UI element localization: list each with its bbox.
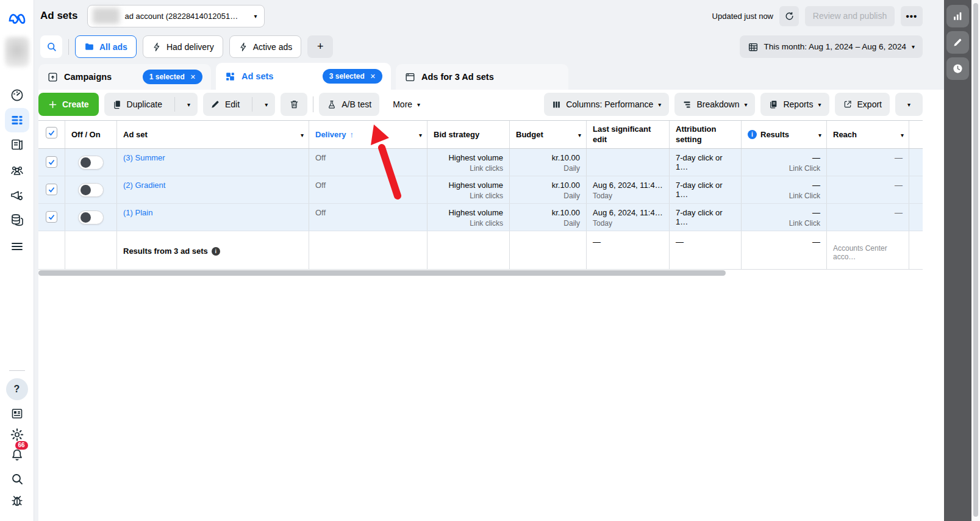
header-last-significant-edit[interactable]: Last significant edit (587, 121, 670, 148)
charts-panel-button[interactable] (946, 5, 969, 27)
off-on-toggle[interactable] (78, 210, 104, 225)
edit-dropdown[interactable]: ▾ (257, 93, 275, 116)
tab-ad-sets[interactable]: Ad sets 3 selected ✕ (216, 63, 391, 90)
tab-campaigns[interactable]: Campaigns 1 selected ✕ (38, 64, 211, 90)
review-and-publish-button[interactable]: Review and publish (805, 6, 895, 26)
delete-button[interactable] (281, 93, 307, 116)
date-range-selector[interactable]: This month: Aug 1, 2024 – Aug 6, 2024 ▾ (740, 35, 923, 58)
reports-button[interactable]: Reports ▾ (760, 93, 829, 116)
ab-test-button[interactable]: A/B test (319, 93, 379, 116)
horizontal-scrollbar[interactable] (38, 270, 726, 276)
duplicate-button-group: Duplicate ▾ (104, 93, 198, 116)
audiences-icon[interactable] (9, 163, 25, 178)
header-bid-strategy[interactable]: Bid strategy (427, 121, 510, 148)
pages-icon[interactable] (10, 137, 24, 152)
info-icon[interactable]: i (748, 130, 757, 139)
attribution-cell: 7-day click or 1… (670, 176, 742, 203)
pencil-icon (953, 37, 963, 48)
header-delivery[interactable]: Delivery↑▾ (309, 121, 427, 148)
help-label: ? (14, 384, 20, 395)
more-button[interactable]: More ▾ (385, 93, 428, 116)
notifications-bell-icon[interactable]: 66 (9, 447, 25, 462)
check-icon (48, 213, 55, 221)
edit-label: Edit (225, 99, 240, 109)
tab-campaigns-label: Campaigns (64, 72, 112, 82)
plus-icon (48, 100, 57, 109)
sidebar-search-icon[interactable] (10, 472, 24, 486)
ad-account-selector[interactable]: ad account (28228414012051… ▾ (87, 5, 265, 27)
add-filter-button[interactable]: + (307, 35, 333, 58)
help-button[interactable]: ? (6, 378, 28, 400)
ellipsis-icon: ••• (906, 11, 918, 21)
chevron-down-icon: ▾ (417, 101, 420, 108)
campaigns-selected-pill[interactable]: 1 selected ✕ (143, 70, 202, 84)
close-icon[interactable]: ✕ (370, 73, 376, 81)
table-row[interactable]: (1) Plain Off Highest volumeLink clicks … (38, 204, 923, 231)
row-checkbox[interactable] (46, 184, 57, 195)
edit-button[interactable]: Edit (203, 93, 247, 116)
chevron-down-icon[interactable]: ▾ (901, 131, 904, 138)
search-filter-button[interactable] (40, 35, 62, 58)
ad-set-name-link[interactable]: (1) Plain (123, 208, 152, 217)
header-ad-set[interactable]: Ad set▾ (117, 121, 309, 148)
chevron-down-icon[interactable]: ▾ (578, 131, 581, 138)
filter-active-ads-label: Active ads (253, 42, 293, 52)
chevron-down-icon[interactable]: ▾ (419, 131, 422, 138)
off-on-toggle[interactable] (78, 183, 104, 197)
ad-sets-selected-pill[interactable]: 3 selected ✕ (323, 69, 382, 84)
ads-manager-icon[interactable] (9, 187, 25, 203)
campaigns-nav-icon[interactable] (5, 108, 29, 132)
tab-ads[interactable]: Ads for 3 Ad sets (396, 64, 568, 90)
duplicate-button[interactable]: Duplicate (104, 93, 170, 116)
chevron-down-icon: ▾ (912, 43, 915, 50)
refresh-button[interactable] (779, 6, 799, 26)
row-checkbox[interactable] (46, 156, 57, 168)
chevron-down-icon[interactable]: ▾ (301, 131, 304, 138)
ad-set-name-link[interactable]: (2) Gradient (123, 181, 165, 190)
edit-panel-button[interactable] (946, 31, 969, 54)
more-options-button[interactable]: ••• (901, 6, 923, 26)
create-button[interactable]: Create (38, 93, 99, 116)
bug-report-icon[interactable] (9, 493, 24, 508)
billing-icon[interactable] (10, 212, 24, 228)
business-avatar[interactable] (5, 37, 29, 67)
filter-active-ads[interactable]: Active ads (229, 35, 302, 58)
campaigns-tab-icon (47, 71, 59, 83)
vertical-scrollbar-thumb[interactable] (973, 3, 978, 517)
header-attribution-setting[interactable]: Attribution setting (670, 121, 742, 148)
off-on-toggle[interactable] (78, 156, 104, 170)
vertical-scrollbar-track[interactable] (971, 0, 980, 521)
whats-new-icon[interactable] (10, 406, 24, 421)
columns-button[interactable]: Columns: Performance ▾ (544, 93, 669, 116)
table-row[interactable]: (3) Summer Off Highest volumeLink clicks… (38, 149, 923, 176)
export-button[interactable]: Export (835, 93, 890, 116)
history-panel-button[interactable] (946, 57, 969, 80)
action-toolbar: Create Duplicate ▾ Edit ▾ (38, 93, 923, 116)
table-row[interactable]: (2) Gradient Off Highest volumeLink clic… (38, 176, 923, 204)
meta-logo-icon[interactable] (7, 7, 27, 28)
toggle-knob (80, 157, 91, 168)
ad-set-name-link[interactable]: (3) Summer (123, 153, 165, 162)
export-dropdown-button[interactable]: ▾ (895, 93, 923, 116)
info-icon[interactable]: i (212, 247, 220, 256)
select-all-checkbox[interactable] (46, 127, 57, 138)
ads-tab-icon (404, 71, 416, 83)
select-all-cell (38, 121, 65, 148)
header-budget[interactable]: Budget▾ (510, 121, 587, 148)
breakdown-button[interactable]: Breakdown ▾ (674, 93, 755, 116)
overview-dashboard-icon[interactable] (10, 88, 24, 102)
duplicate-dropdown[interactable]: ▾ (180, 93, 198, 116)
delivery-cell: Off (309, 176, 427, 203)
calendar-icon (748, 41, 759, 52)
ad-sets-selected-count: 3 selected (329, 72, 365, 81)
chevron-down-icon[interactable]: ▾ (818, 131, 821, 138)
row-checkbox[interactable] (46, 211, 57, 223)
settings-gear-icon[interactable] (9, 427, 24, 442)
filter-had-delivery[interactable]: Had delivery (143, 35, 223, 58)
lightning-icon (238, 42, 248, 52)
all-tools-menu-icon[interactable] (10, 239, 24, 254)
filter-all-ads[interactable]: All ads (75, 35, 137, 58)
close-icon[interactable]: ✕ (190, 73, 196, 81)
header-results[interactable]: iResults▾ (742, 121, 827, 148)
header-reach[interactable]: Reach▾ (827, 121, 909, 148)
